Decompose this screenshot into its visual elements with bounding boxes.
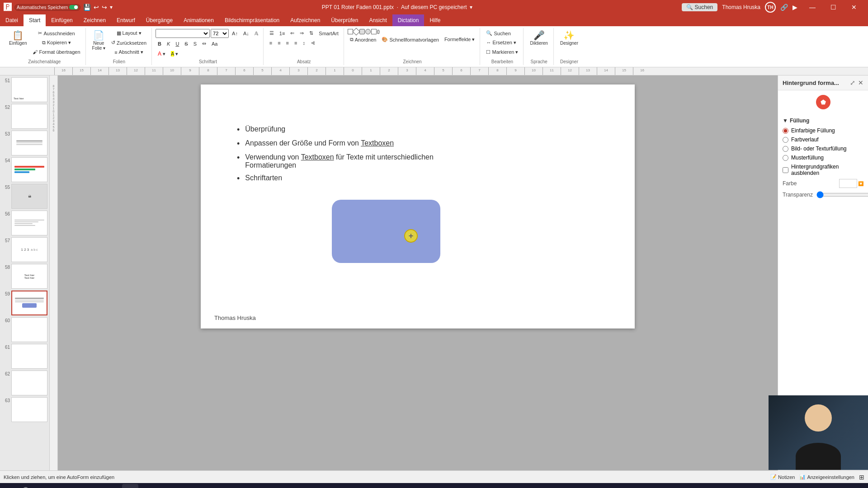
- tab-ueberpruefen[interactable]: Überprüfen: [326, 14, 363, 26]
- chrome-btn[interactable]: [88, 484, 104, 488]
- edge-btn[interactable]: [53, 484, 70, 488]
- btn-indent-more[interactable]: ⇒: [297, 29, 306, 38]
- tab-start[interactable]: Start: [24, 14, 46, 26]
- tab-datei[interactable]: Datei: [0, 14, 24, 26]
- shape-tri[interactable]: [371, 29, 377, 34]
- btn-anordnen[interactable]: ⧉ Anordnen: [348, 35, 379, 44]
- panel-close-btn[interactable]: ✕: [858, 79, 863, 86]
- mail-btn[interactable]: ✉: [105, 484, 121, 488]
- btn-schnellformatvorlagen[interactable]: 🎨 Schnellformat­vorlagen: [379, 35, 441, 44]
- slide-thumb-58[interactable]: 58 Text hierText hier: [2, 264, 47, 289]
- tab-aufzeichnen[interactable]: Aufzeichnen: [285, 14, 326, 26]
- tab-bildschirm[interactable]: Bildschirmpräsentation: [219, 14, 285, 26]
- btn-ersetzen[interactable]: ↔ Ersetzen ▾: [484, 38, 519, 47]
- btn-font-decrease[interactable]: A↓: [241, 29, 251, 38]
- normal-view-btn[interactable]: ⊞: [859, 474, 864, 481]
- blue-shape[interactable]: [332, 200, 440, 263]
- btn-abschnitt[interactable]: ≡ Abschnitt ▾: [109, 48, 149, 56]
- btn-font-increase[interactable]: A↑: [230, 29, 240, 38]
- tab-entwurf[interactable]: Entwurf: [111, 14, 141, 26]
- radio-farbverlauf-input[interactable]: [783, 137, 788, 143]
- slide-thumb-55[interactable]: 55 🏔: [2, 184, 47, 209]
- font-size-select[interactable]: 72: [211, 29, 229, 38]
- transparency-slider[interactable]: [816, 192, 868, 197]
- redo-icon[interactable]: ↪: [102, 4, 107, 11]
- more-icon[interactable]: ▾: [110, 4, 113, 10]
- radio-einfarbig[interactable]: Einfarbige Füllung: [783, 127, 863, 134]
- minimize-btn[interactable]: —: [802, 0, 823, 14]
- tab-uebergaenge[interactable]: Übergänge: [141, 14, 178, 26]
- font-family-select[interactable]: [156, 29, 210, 38]
- tab-hilfe[interactable]: Hilfe: [424, 14, 446, 26]
- panel-popout-btn[interactable]: ⤢: [850, 79, 855, 86]
- radio-bild-input[interactable]: [783, 146, 788, 152]
- slide-thumb-54[interactable]: 54: [2, 157, 47, 182]
- teams-btn[interactable]: T: [156, 484, 173, 488]
- share-icon[interactable]: 🔗: [780, 4, 788, 11]
- undo-icon[interactable]: ↩: [94, 4, 99, 11]
- btn-zuruecksetzen[interactable]: ↺ Zurücksetzen: [109, 38, 149, 47]
- canvas-area[interactable]: • Überprüfung • Anpassen der Größe und F…: [58, 75, 778, 470]
- another-btn[interactable]: 📱: [174, 484, 190, 488]
- slide-thumb-60[interactable]: 60: [2, 317, 47, 342]
- btn-einfuegen[interactable]: 📋 Einfügen: [6, 29, 29, 47]
- btn-shadow[interactable]: S: [191, 40, 199, 48]
- radio-bild-textur[interactable]: Bild- oder Texturfüllung: [783, 145, 863, 152]
- btn-indent-less[interactable]: ⇐: [288, 29, 297, 38]
- color-picker-btn[interactable]: 🔽: [858, 181, 863, 186]
- btn-bold[interactable]: B: [156, 40, 164, 48]
- btn-suchen[interactable]: 🔍 Suchen: [484, 29, 513, 38]
- autosave-toggle[interactable]: Automatisches Speichern: [14, 4, 80, 11]
- search-btn[interactable]: 🔍: [19, 484, 35, 488]
- btn-notizen[interactable]: 📝 Notizen: [770, 474, 795, 480]
- btn-numbered-list[interactable]: 1≡: [277, 29, 288, 38]
- btn-align-center[interactable]: ≡: [275, 39, 283, 47]
- btn-align-right[interactable]: ≡: [284, 39, 291, 47]
- search-box[interactable]: 🔍 Suchen: [682, 3, 718, 11]
- tab-animationen[interactable]: Animationen: [178, 14, 219, 26]
- checkbox-grafiken-input[interactable]: [783, 167, 788, 173]
- btn-underline[interactable]: U: [173, 40, 181, 48]
- slide-thumb-53[interactable]: 53: [2, 131, 47, 155]
- slide-thumb-62[interactable]: 62: [2, 371, 47, 395]
- btn-align-justify[interactable]: ≡: [292, 39, 299, 47]
- onenote-btn[interactable]: N: [139, 484, 156, 488]
- slide-thumb-61[interactable]: 61: [2, 344, 47, 369]
- slide-canvas[interactable]: • Überprüfung • Anpassen der Größe und F…: [201, 84, 635, 328]
- color-swatch[interactable]: [839, 179, 857, 188]
- btn-layout[interactable]: ▦ Layout ▾: [109, 29, 149, 38]
- btn-kopieren[interactable]: ⧉ Kopieren ▾: [30, 38, 82, 47]
- window-controls[interactable]: — ☐ ✕: [802, 0, 864, 14]
- start-btn[interactable]: ⊞: [2, 484, 18, 488]
- slide-thumb-56[interactable]: 56: [2, 211, 47, 235]
- btn-highlight[interactable]: A ▾: [169, 50, 180, 58]
- filling-section-header[interactable]: ▼ Füllung: [783, 117, 863, 124]
- btn-format-uebertragen[interactable]: 🖌 Format übertragen: [30, 48, 82, 56]
- slide-thumb-63[interactable]: 63: [2, 397, 47, 422]
- btn-ausschneiden[interactable]: ✂ Ausschneiden: [30, 29, 82, 38]
- shape-rect[interactable]: [359, 29, 365, 34]
- save-icon[interactable]: 💾: [83, 4, 91, 11]
- tab-ansicht[interactable]: Ansicht: [363, 14, 392, 26]
- tab-dictation[interactable]: Dictation: [392, 14, 425, 26]
- btn-clear-format[interactable]: 𝔸: [252, 29, 260, 38]
- radio-einfarbig-input[interactable]: [783, 128, 788, 134]
- radio-muster[interactable]: Musterfüllung: [783, 155, 863, 161]
- btn-line-spacing[interactable]: ↕: [300, 39, 307, 47]
- maximize-btn[interactable]: ☐: [823, 0, 844, 14]
- btn-spacing[interactable]: ⇔: [200, 39, 208, 48]
- btn-columns[interactable]: ⫷: [308, 39, 318, 47]
- radio-muster-input[interactable]: [783, 155, 788, 161]
- powerpoint-btn[interactable]: P: [122, 484, 138, 488]
- firefox-btn[interactable]: [71, 484, 87, 488]
- shape-diamond[interactable]: [352, 28, 360, 36]
- present-icon[interactable]: ▶: [793, 4, 797, 11]
- shapes-more[interactable]: {}: [377, 29, 380, 34]
- btn-smartart[interactable]: SmartArt: [316, 29, 340, 38]
- btn-align-left[interactable]: ≡: [267, 39, 274, 47]
- close-btn[interactable]: ✕: [844, 0, 864, 14]
- btn-markieren[interactable]: ☐ Markieren ▾: [484, 48, 520, 56]
- tab-einfuegen[interactable]: Einfügen: [46, 14, 78, 26]
- btn-neue-folie[interactable]: 📄 NeueFolie ▾: [90, 29, 108, 52]
- btn-bullet-list[interactable]: ☰: [267, 29, 276, 38]
